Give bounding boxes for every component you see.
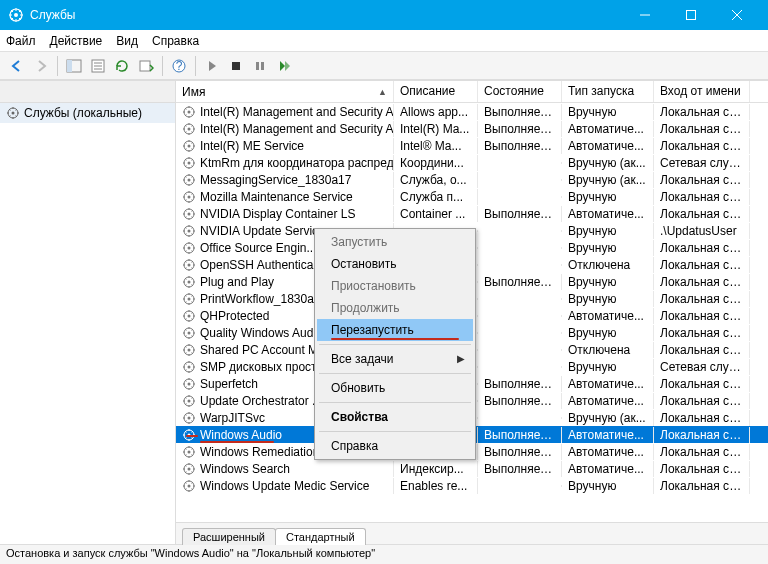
service-startup: Вручную: [562, 478, 654, 494]
service-desc: Координи...: [394, 155, 478, 171]
menu-action[interactable]: Действие: [50, 34, 103, 48]
service-state: [478, 247, 562, 249]
service-row[interactable]: NVIDIA Display Container LSContainer ...…: [176, 205, 768, 222]
service-logon: Локальная слу...: [654, 325, 750, 341]
service-logon: Локальная сис...: [654, 257, 750, 273]
stop-service-button[interactable]: [225, 55, 247, 77]
service-startup: Вручную: [562, 291, 654, 307]
title-bar: Службы: [0, 0, 768, 30]
menu-help[interactable]: Справка: [152, 34, 199, 48]
help-button[interactable]: ?: [168, 55, 190, 77]
service-name: NVIDIA Update Servic...: [200, 224, 328, 238]
column-startup[interactable]: Тип запуска: [562, 81, 654, 102]
status-bar: Остановка и запуск службы "Windows Audio…: [0, 544, 768, 564]
service-startup: Вручную: [562, 223, 654, 239]
context-help[interactable]: Справка: [317, 435, 473, 457]
service-state: [478, 315, 562, 317]
service-state: Выполняется: [478, 274, 562, 290]
pause-service-button[interactable]: [249, 55, 271, 77]
forward-button[interactable]: [30, 55, 52, 77]
service-row[interactable]: Intel(R) ME ServiceIntel® Ma...Выполняет…: [176, 137, 768, 154]
service-name: Quality Windows Aud...: [200, 326, 323, 340]
gear-icon: [182, 309, 196, 323]
svg-point-39: [188, 314, 191, 317]
svg-point-33: [188, 263, 191, 266]
gear-icon: [182, 224, 196, 238]
svg-point-31: [188, 246, 191, 249]
service-row[interactable]: Windows SearchИндексир...ВыполняетсяАвто…: [176, 460, 768, 477]
gear-icon: [182, 377, 196, 391]
start-service-button[interactable]: [201, 55, 223, 77]
context-restart[interactable]: Перезапустить: [317, 319, 473, 341]
menu-bar: Файл Действие Вид Справка: [0, 30, 768, 52]
service-startup: Вручную: [562, 359, 654, 375]
context-properties[interactable]: Свойства: [317, 406, 473, 428]
context-stop[interactable]: Остановить: [317, 253, 473, 275]
gear-icon: [182, 173, 196, 187]
service-startup: Автоматиче...: [562, 308, 654, 324]
svg-point-47: [188, 382, 191, 385]
back-button[interactable]: [6, 55, 28, 77]
tree-services-local[interactable]: Службы (локальные): [0, 103, 175, 123]
tab-extended[interactable]: Расширенный: [182, 528, 276, 545]
gear-icon: [182, 462, 196, 476]
service-row[interactable]: Intel(R) Management and Security Ap...In…: [176, 120, 768, 137]
service-name: WarpJITSvc: [200, 411, 265, 425]
service-name: KtmRm для координатора распреде...: [200, 156, 394, 170]
service-state: [478, 485, 562, 487]
column-description[interactable]: Описание: [394, 81, 478, 102]
column-logon[interactable]: Вход от имени: [654, 81, 750, 102]
close-button[interactable]: [714, 0, 760, 30]
gear-icon: [182, 292, 196, 306]
refresh-button[interactable]: [111, 55, 133, 77]
column-state[interactable]: Состояние: [478, 81, 562, 102]
service-row[interactable]: KtmRm для координатора распреде...Коорди…: [176, 154, 768, 171]
service-logon: Локальная сис...: [654, 121, 750, 137]
context-start[interactable]: Запустить: [317, 231, 473, 253]
context-resume[interactable]: Продолжить: [317, 297, 473, 319]
export-button[interactable]: [135, 55, 157, 77]
service-name: NVIDIA Display Container LS: [200, 207, 355, 221]
menu-file[interactable]: Файл: [6, 34, 36, 48]
service-state: [478, 349, 562, 351]
restart-service-button[interactable]: [273, 55, 295, 77]
service-startup: Вручную (ак...: [562, 155, 654, 171]
tab-standard[interactable]: Стандартный: [275, 528, 366, 545]
context-all-tasks[interactable]: Все задачи▶: [317, 348, 473, 370]
service-state: [478, 264, 562, 266]
tree-pane: Службы (локальные): [0, 81, 176, 544]
gear-icon: [182, 445, 196, 459]
maximize-button[interactable]: [668, 0, 714, 30]
service-desc: Intel(R) Ma...: [394, 121, 478, 137]
service-row[interactable]: MessagingService_1830a17Служба, о...Вруч…: [176, 171, 768, 188]
context-pause[interactable]: Приостановить: [317, 275, 473, 297]
service-logon: Локальная сис...: [654, 478, 750, 494]
svg-point-59: [188, 484, 191, 487]
service-state: Выполняется: [478, 104, 562, 120]
service-state: Выполняется: [478, 461, 562, 477]
service-name: QHProtected: [200, 309, 269, 323]
svg-rect-4: [67, 60, 72, 72]
service-state: Выполняется: [478, 444, 562, 460]
service-row[interactable]: Windows Update Medic ServiceEnables re..…: [176, 477, 768, 494]
svg-point-49: [188, 399, 191, 402]
show-hide-tree-button[interactable]: [63, 55, 85, 77]
gear-icon: [182, 275, 196, 289]
minimize-button[interactable]: [622, 0, 668, 30]
service-startup: Автоматиче...: [562, 444, 654, 460]
svg-point-25: [188, 195, 191, 198]
service-row[interactable]: Mozilla Maintenance ServiceСлужба п...Вр…: [176, 188, 768, 205]
context-refresh[interactable]: Обновить: [317, 377, 473, 399]
context-menu: Запустить Остановить Приостановить Продо…: [314, 228, 476, 460]
service-row[interactable]: Intel(R) Management and Security Ap...Al…: [176, 103, 768, 120]
service-name: Office Source Engin...: [200, 241, 317, 255]
sort-asc-icon: ▲: [378, 87, 387, 97]
properties-button[interactable]: [87, 55, 109, 77]
gear-icon: [182, 360, 196, 374]
svg-rect-11: [261, 62, 264, 70]
menu-view[interactable]: Вид: [116, 34, 138, 48]
svg-rect-9: [232, 62, 240, 70]
column-name[interactable]: Имя▲: [176, 81, 394, 102]
service-startup: Автоматиче...: [562, 461, 654, 477]
service-state: [478, 417, 562, 419]
